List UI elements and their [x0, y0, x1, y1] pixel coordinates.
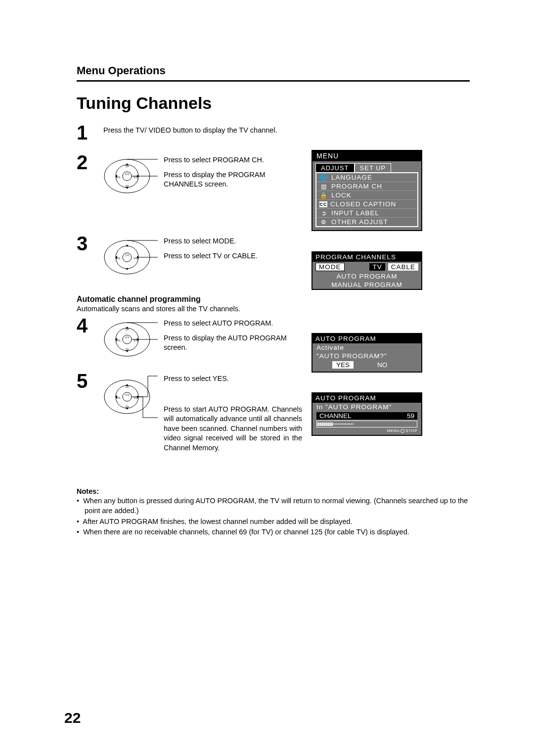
osd-program-channels: PROGRAM CHANNELS MODE TV CABLE AUTO PROG… — [312, 251, 422, 290]
step-1: 1 Press the TV/ VIDEO button to display … — [77, 123, 470, 142]
channel-label: CHANNEL — [319, 412, 352, 420]
osd-item-other-adjust[interactable]: ⚙OTHER ADJUST — [316, 218, 417, 226]
osd-item-lock[interactable]: 🔒LOCK — [316, 191, 417, 200]
osd-item-label: CLOSED CAPTION — [330, 200, 396, 208]
page-title: Tuning Channels — [77, 94, 470, 113]
svg-marker-48 — [126, 384, 129, 386]
note-item: When there are no receivable channels, c… — [77, 527, 470, 537]
svg-marker-20 — [126, 244, 129, 246]
lock-icon: 🔒 — [319, 192, 328, 199]
auto-programming-subhead: Automatic channel programming — [77, 295, 470, 304]
svg-text:O K: O K — [125, 173, 130, 176]
osd-auto-program-confirm: AUTO PROGRAM Activate "AUTO PROGRAM?" YE… — [312, 333, 422, 373]
osd-line-question: "AUTO PROGRAM?" — [312, 352, 421, 360]
section-header: Menu Operations — [77, 64, 470, 77]
stop-circle-icon — [400, 429, 404, 433]
channel-row: CHANNEL 59 — [316, 412, 417, 420]
osd-item-label: INPUT LABEL — [331, 209, 379, 217]
osd-title: PROGRAM CHANNELS — [312, 252, 421, 262]
step-number: 2 — [77, 152, 94, 172]
remote-dpad-diagram: O K VOL VOL — [103, 235, 158, 280]
step-text-line2: Press to display the PROGRAM CHANNELS sc… — [164, 170, 277, 189]
svg-marker-9 — [126, 187, 129, 189]
step-number: 3 — [77, 234, 94, 253]
svg-marker-8 — [126, 163, 129, 165]
adjust-icon: ⚙ — [319, 219, 328, 226]
osd-title: AUTO PROGRAM — [312, 334, 421, 343]
svg-marker-49 — [126, 408, 129, 410]
osd-title: AUTO PROGRAM — [312, 393, 421, 403]
progress-bar — [316, 421, 417, 427]
step-text-line1: Press to select YES. — [164, 374, 302, 384]
note-item: When any button is pressed during AUTO P… — [77, 496, 470, 516]
osd-line-activate: Activate — [312, 343, 421, 352]
menu-hint-label: MENU — [387, 428, 400, 433]
step-text-line2: Press to display the AUTO PROGRAM screen… — [164, 333, 292, 353]
osd-footer: MENUSTOP — [312, 428, 421, 435]
cc-icon: CC — [319, 201, 327, 207]
step-number: 4 — [77, 316, 94, 335]
auto-programming-desc: Automatically scans and stores all the T… — [77, 305, 470, 313]
osd-tab-adjust[interactable]: ADJUST — [315, 163, 355, 172]
osd-item-language[interactable]: 🌐LANGUAGE — [316, 173, 417, 182]
osd-auto-program-progress: AUTO PROGRAM In "AUTO PROGRAM" CHANNEL 5… — [312, 392, 422, 436]
osd-menu: MENU ADJUST SET UP 🌐LANGUAGE ▤PROGRAM CH… — [312, 150, 422, 231]
note-item: After AUTO PROGRAM finishes, the lowest … — [77, 517, 470, 527]
remote-dpad-diagram: O K CH CH VOL VOL — [103, 153, 158, 199]
svg-marker-34 — [126, 327, 129, 329]
header-rule — [77, 80, 470, 82]
osd-item-label: LANGUAGE — [331, 174, 372, 181]
step-number: 1 — [77, 123, 94, 142]
osd-item-label: PROGRAM CH — [331, 183, 382, 190]
osd-status-line: In "AUTO PROGRAM" — [312, 403, 421, 411]
step-text-line2: Press to start AUTO PROGRAM. Channels wi… — [164, 405, 302, 453]
remote-dpad-diagram: O K CH CH VOL VOL — [103, 317, 158, 362]
svg-marker-35 — [126, 350, 129, 352]
osd-item-label: OTHER ADJUST — [331, 218, 388, 226]
page-number: 22 — [64, 709, 81, 726]
notes-list: When any button is pressed during AUTO P… — [77, 496, 470, 537]
osd-menu-title: MENU — [312, 151, 421, 161]
osd-item-closed-caption[interactable]: CCCLOSED CAPTION — [316, 200, 417, 209]
svg-text:O K: O K — [125, 393, 130, 396]
osd-item-program-ch[interactable]: ▤PROGRAM CH — [316, 182, 417, 191]
step-text-line1: Press to select MODE. — [164, 236, 258, 246]
step-number: 5 — [77, 371, 94, 391]
channel-number: 59 — [407, 412, 414, 420]
stop-hint-label: STOP — [405, 428, 417, 433]
svg-text:O K: O K — [125, 254, 130, 257]
step-text: Press the TV/ VIDEO button to display th… — [103, 126, 277, 134]
osd-item-label: LOCK — [331, 191, 352, 199]
no-button[interactable]: NO — [373, 361, 391, 369]
svg-text:O K: O K — [125, 336, 130, 339]
step-text-line1: Press to select PROGRAM CH. — [164, 155, 277, 165]
remote-dpad-diagram: O K CH CH VOL VOL — [103, 372, 158, 422]
notes-heading: Notes: — [77, 487, 470, 495]
mode-tv-option[interactable]: TV — [369, 263, 385, 271]
step-text-line1: Press to select AUTO PROGRAM. — [164, 319, 292, 329]
yes-button[interactable]: YES — [332, 361, 354, 369]
osd-item-manual-program[interactable]: MANUAL PROGRAM — [312, 281, 421, 289]
tv-icon: ▤ — [319, 183, 328, 190]
mode-cable-option[interactable]: CABLE — [388, 263, 418, 271]
mode-label: MODE — [315, 263, 345, 271]
svg-marker-21 — [126, 268, 129, 270]
osd-item-input-label[interactable]: ➲INPUT LABEL — [316, 209, 417, 218]
osd-tab-setup[interactable]: SET UP — [355, 163, 392, 172]
osd-item-auto-program[interactable]: AUTO PROGRAM — [312, 272, 421, 281]
input-icon: ➲ — [319, 210, 328, 217]
step-text-line2: Press to select TV or CABLE. — [164, 251, 258, 261]
globe-icon: 🌐 — [319, 174, 328, 181]
